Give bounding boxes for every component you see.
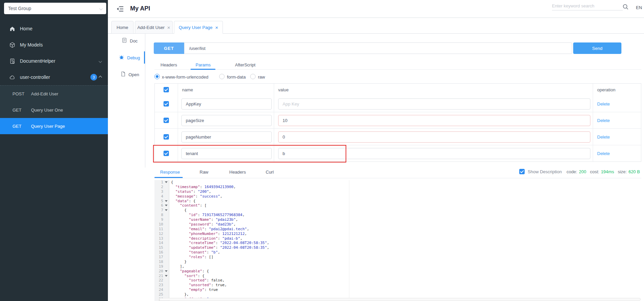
docnav-divider <box>145 34 145 168</box>
submenu-item-add-edit-user[interactable]: POST Add-Edit User <box>0 86 108 102</box>
nav-label: Doc <box>130 38 138 43</box>
send-button[interactable]: Send <box>573 42 621 54</box>
nav-label: Debug <box>127 55 140 60</box>
fold-spacer <box>164 250 169 254</box>
group-select[interactable]: Test Group <box>4 3 106 14</box>
row-checkbox[interactable] <box>164 101 169 107</box>
radio-x-www-form-urlencoded[interactable] <box>154 74 160 79</box>
method-button[interactable]: GET <box>154 42 184 54</box>
close-icon[interactable]: × <box>215 25 218 30</box>
row-checkbox[interactable] <box>164 134 169 140</box>
code-line: 21 "sort": { <box>154 274 644 278</box>
code-line: 12 "phoneNumber": 1212121212, <box>154 232 644 236</box>
param-name-input[interactable] <box>181 115 272 126</box>
code-line: 7 { <box>154 208 644 213</box>
param-row: Delete <box>155 145 641 161</box>
param-name-input[interactable] <box>181 98 272 110</box>
submenu-item-query-user-page[interactable]: GET Query User Page <box>0 118 108 134</box>
stat-code-value: 200 <box>579 169 586 174</box>
http-method: POST <box>12 91 31 96</box>
page-title: My API <box>130 5 150 12</box>
row-checkbox[interactable] <box>164 151 169 156</box>
code-line: 11 "email": "pdai2@pdai.tech", <box>154 227 644 232</box>
fold-spacer <box>164 189 169 194</box>
delete-link[interactable]: Delete <box>597 151 610 156</box>
fold-spacer <box>164 283 169 287</box>
tab-response-headers[interactable]: Headers <box>229 170 246 175</box>
code-line: 6 "content": [ <box>154 203 644 208</box>
fold-spacer <box>164 232 169 236</box>
select-all-checkbox[interactable] <box>164 87 169 92</box>
param-value-input[interactable] <box>278 148 590 159</box>
count-badge: 3 <box>90 74 97 81</box>
chevron-down-icon <box>99 60 102 63</box>
column-header-name: name <box>178 84 274 96</box>
sidebar-item-label: Home <box>20 26 32 31</box>
tab-curl[interactable]: Curl <box>266 170 274 175</box>
horizontal-scrollbar[interactable] <box>159 298 641 301</box>
param-name-input[interactable] <box>181 131 272 143</box>
nav-doc[interactable]: Doc <box>122 38 138 44</box>
sidebar-item-my-models[interactable]: My Models <box>0 37 108 53</box>
sidebar-item-label: My Models <box>20 42 43 48</box>
fold-toggle-icon[interactable] <box>164 180 169 184</box>
delete-link[interactable]: Delete <box>597 101 610 107</box>
language-switch[interactable]: EN <box>636 5 642 10</box>
fold-toggle-icon[interactable] <box>164 199 169 203</box>
fold-spacer <box>164 194 169 199</box>
nav-debug[interactable]: Debug <box>119 55 140 61</box>
nav-open[interactable]: Open <box>121 71 139 78</box>
radio-form-data[interactable] <box>219 74 225 79</box>
active-tab-underline <box>191 69 215 70</box>
tab-label: Home <box>117 25 128 30</box>
code-line: 22 "sorted": false, <box>154 278 644 283</box>
param-value-input[interactable] <box>278 98 590 110</box>
param-value-input[interactable] <box>278 131 590 143</box>
sidebar-item-label: DocumentHelper <box>20 58 55 64</box>
url-input[interactable] <box>184 42 572 54</box>
close-icon[interactable]: × <box>167 25 170 30</box>
active-nav-indicator <box>144 51 145 64</box>
code-line: 1{ <box>154 180 644 185</box>
nav-label: Open <box>128 72 139 77</box>
code-line: 5 "data": { <box>154 199 644 204</box>
fold-spacer <box>164 227 169 231</box>
sidebar-item-user-controller[interactable]: user-controller 3 <box>0 69 108 85</box>
http-method: GET <box>12 108 31 113</box>
delete-link[interactable]: Delete <box>597 118 610 123</box>
sidebar-item-home[interactable]: Home <box>0 21 108 37</box>
show-description-checkbox[interactable] <box>519 169 525 174</box>
delete-link[interactable]: Delete <box>597 134 610 140</box>
tab-afterscript[interactable]: AfterScript <box>235 62 256 67</box>
tab-raw[interactable]: Raw <box>200 170 208 175</box>
fold-toggle-icon[interactable] <box>164 208 169 212</box>
fold-toggle-icon[interactable] <box>164 274 169 278</box>
tab-add-edit-user[interactable]: Add-Edit User × <box>135 21 173 34</box>
tab-response[interactable]: Response <box>160 170 180 175</box>
radio-label: form-data <box>227 74 246 80</box>
tab-home[interactable]: Home <box>111 21 134 34</box>
menu-fold-icon[interactable] <box>116 6 124 13</box>
radio-raw[interactable] <box>250 74 256 79</box>
tab-label: Add-Edit User <box>137 25 165 30</box>
param-name-input[interactable] <box>181 148 272 159</box>
fold-toggle-icon[interactable] <box>164 203 169 208</box>
params-table: name value operation DeleteDeleteDeleteD… <box>154 83 641 162</box>
row-checkbox[interactable] <box>164 118 169 123</box>
submenu-item-query-user-one[interactable]: GET Query User One <box>0 102 108 118</box>
tab-query-user-page[interactable]: Query User Page × <box>174 21 223 34</box>
search-input[interactable] <box>552 2 623 10</box>
fold-spacer <box>164 292 169 297</box>
bug-icon <box>119 55 124 61</box>
response-json-editor: 1{2 "timestamp": 1649394213900,3 "status… <box>154 180 644 301</box>
api-submenu: POST Add-Edit User GET Query User One GE… <box>0 85 108 134</box>
param-value-input[interactable] <box>278 115 590 126</box>
sidebar-item-document-helper[interactable]: DocumentHelper <box>0 53 108 69</box>
search-icon[interactable] <box>622 4 628 11</box>
tab-headers[interactable]: Headers <box>160 62 177 67</box>
fold-spacer <box>164 288 169 292</box>
fold-toggle-icon[interactable] <box>164 269 169 273</box>
code-line: 8 "id": 719173465277968384, <box>154 213 644 217</box>
tab-params[interactable]: Params <box>196 62 211 67</box>
document-gear-icon <box>9 58 15 64</box>
